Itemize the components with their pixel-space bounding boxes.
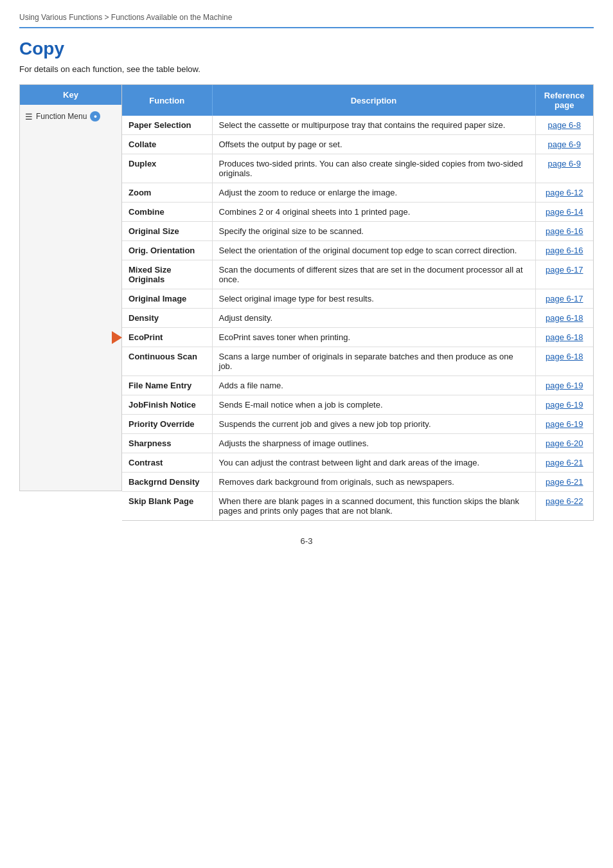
table-row: EcoPrintEcoPrint saves toner when printi… bbox=[122, 328, 593, 347]
sidebar-body: ☰ Function Menu ● bbox=[20, 105, 121, 491]
table-row: JobFinish NoticeSends E-mail notice when… bbox=[122, 395, 593, 415]
table-row: File Name EntryAdds a file name.page 6-1… bbox=[122, 376, 593, 395]
col-header-reference: Referencepage bbox=[535, 85, 593, 116]
reference-cell[interactable]: page 6-16 bbox=[535, 222, 593, 241]
table-row: Priority OverrideSuspends the current jo… bbox=[122, 415, 593, 434]
function-cell: Density bbox=[122, 309, 212, 328]
description-cell: Adjust density. bbox=[212, 309, 535, 328]
reference-cell[interactable]: page 6-9 bbox=[535, 135, 593, 154]
function-cell: Priority Override bbox=[122, 415, 212, 434]
reference-cell[interactable]: page 6-8 bbox=[535, 116, 593, 135]
table-row: ContrastYou can adjust the contrast betw… bbox=[122, 453, 593, 473]
reference-link[interactable]: page 6-8 bbox=[548, 120, 581, 130]
reference-link[interactable]: page 6-21 bbox=[546, 477, 583, 487]
table-row: CollateOffsets the output by page or set… bbox=[122, 135, 593, 154]
reference-cell[interactable]: page 6-18 bbox=[535, 309, 593, 328]
description-cell: EcoPrint saves toner when printing. bbox=[212, 328, 535, 347]
table-row: DuplexProduces two-sided prints. You can… bbox=[122, 154, 593, 183]
table-row: Paper SelectionSelect the cassette or mu… bbox=[122, 116, 593, 135]
description-cell: You can adjust the contrast between ligh… bbox=[212, 453, 535, 473]
table-row: SharpnessAdjusts the sharpness of image … bbox=[122, 434, 593, 453]
reference-link[interactable]: page 6-16 bbox=[546, 246, 583, 255]
reference-link[interactable]: page 6-14 bbox=[546, 207, 583, 217]
function-cell: Zoom bbox=[122, 183, 212, 203]
sidebar-function-menu-item[interactable]: ☰ Function Menu ● bbox=[25, 111, 116, 122]
reference-link[interactable]: page 6-20 bbox=[546, 439, 583, 448]
function-cell: Original Size bbox=[122, 222, 212, 241]
table-row: Mixed Size OriginalsScan the documents o… bbox=[122, 260, 593, 289]
function-cell: EcoPrint bbox=[122, 328, 212, 347]
reference-cell[interactable]: page 6-16 bbox=[535, 241, 593, 260]
reference-cell[interactable]: page 6-17 bbox=[535, 260, 593, 289]
function-menu-circle-icon: ● bbox=[90, 111, 100, 122]
table-row: Backgrnd DensityRemoves dark background … bbox=[122, 473, 593, 492]
function-cell: Contrast bbox=[122, 453, 212, 473]
reference-cell[interactable]: page 6-9 bbox=[535, 154, 593, 183]
reference-cell[interactable]: page 6-21 bbox=[535, 453, 593, 473]
reference-cell[interactable]: page 6-14 bbox=[535, 203, 593, 222]
description-cell: Produces two-sided prints. You can also … bbox=[212, 154, 535, 183]
function-table-wrapper: Function Description Referencepage Paper… bbox=[122, 84, 594, 521]
reference-link[interactable]: page 6-18 bbox=[546, 313, 583, 323]
reference-link[interactable]: page 6-18 bbox=[546, 332, 583, 342]
reference-cell[interactable]: page 6-12 bbox=[535, 183, 593, 203]
function-cell: Continuous Scan bbox=[122, 347, 212, 376]
reference-link[interactable]: page 6-16 bbox=[546, 226, 583, 236]
reference-cell[interactable]: page 6-19 bbox=[535, 395, 593, 415]
table-row: Orig. OrientationSelect the orientation … bbox=[122, 241, 593, 260]
description-cell: Adjust the zoom to reduce or enlarge the… bbox=[212, 183, 535, 203]
function-cell: Orig. Orientation bbox=[122, 241, 212, 260]
reference-link[interactable]: page 6-19 bbox=[546, 419, 583, 429]
reference-link[interactable]: page 6-17 bbox=[546, 294, 583, 303]
table-row: Original SizeSpecify the original size t… bbox=[122, 222, 593, 241]
function-cell: Sharpness bbox=[122, 434, 212, 453]
reference-cell[interactable]: page 6-17 bbox=[535, 289, 593, 309]
function-cell: Paper Selection bbox=[122, 116, 212, 135]
function-cell: Skip Blank Page bbox=[122, 492, 212, 521]
reference-cell[interactable]: page 6-19 bbox=[535, 376, 593, 395]
function-cell: JobFinish Notice bbox=[122, 395, 212, 415]
reference-link[interactable]: page 6-17 bbox=[546, 265, 583, 275]
description-cell: When there are blank pages in a scanned … bbox=[212, 492, 535, 521]
reference-link[interactable]: page 6-12 bbox=[546, 188, 583, 197]
page-title: Copy bbox=[19, 39, 594, 59]
table-row: DensityAdjust density.page 6-18 bbox=[122, 309, 593, 328]
table-row: Skip Blank PageWhen there are blank page… bbox=[122, 492, 593, 521]
function-menu-icon: ☰ bbox=[25, 112, 33, 122]
description-cell: Specify the original size to be scanned. bbox=[212, 222, 535, 241]
function-table: Function Description Referencepage Paper… bbox=[122, 85, 593, 520]
ecoprint-arrow-indicator bbox=[112, 331, 121, 344]
reference-cell[interactable]: page 6-21 bbox=[535, 473, 593, 492]
table-row: Original ImageSelect original image type… bbox=[122, 289, 593, 309]
description-cell: Removes dark background from originals, … bbox=[212, 473, 535, 492]
col-header-description: Description bbox=[212, 85, 535, 116]
reference-link[interactable]: page 6-19 bbox=[546, 381, 583, 390]
reference-link[interactable]: page 6-21 bbox=[546, 458, 583, 467]
reference-link[interactable]: page 6-19 bbox=[546, 400, 583, 410]
function-cell: Combine bbox=[122, 203, 212, 222]
reference-link[interactable]: page 6-18 bbox=[546, 352, 583, 361]
description-cell: Select the cassette or multipurpose tray… bbox=[212, 116, 535, 135]
function-cell: Duplex bbox=[122, 154, 212, 183]
description-cell: Adjusts the sharpness of image outlines. bbox=[212, 434, 535, 453]
description-cell: Scans a large number of originals in sep… bbox=[212, 347, 535, 376]
reference-link[interactable]: page 6-22 bbox=[546, 496, 583, 506]
description-cell: Select original image type for best resu… bbox=[212, 289, 535, 309]
function-cell: File Name Entry bbox=[122, 376, 212, 395]
breadcrumb: Using Various Functions > Functions Avai… bbox=[19, 13, 594, 28]
reference-cell[interactable]: page 6-22 bbox=[535, 492, 593, 521]
table-row: Continuous ScanScans a large number of o… bbox=[122, 347, 593, 376]
table-row: CombineCombines 2 or 4 original sheets i… bbox=[122, 203, 593, 222]
reference-link[interactable]: page 6-9 bbox=[548, 140, 581, 149]
description-cell: Adds a file name. bbox=[212, 376, 535, 395]
reference-link[interactable]: page 6-9 bbox=[548, 159, 581, 168]
reference-cell[interactable]: page 6-20 bbox=[535, 434, 593, 453]
function-cell: Mixed Size Originals bbox=[122, 260, 212, 289]
reference-cell[interactable]: page 6-18 bbox=[535, 328, 593, 347]
sidebar: Key ☰ Function Menu ● bbox=[19, 84, 122, 491]
subtitle: For details on each function, see the ta… bbox=[19, 64, 594, 74]
reference-cell[interactable]: page 6-18 bbox=[535, 347, 593, 376]
reference-cell[interactable]: page 6-19 bbox=[535, 415, 593, 434]
description-cell: Sends E-mail notice when a job is comple… bbox=[212, 395, 535, 415]
function-menu-label: Function Menu bbox=[36, 112, 87, 121]
